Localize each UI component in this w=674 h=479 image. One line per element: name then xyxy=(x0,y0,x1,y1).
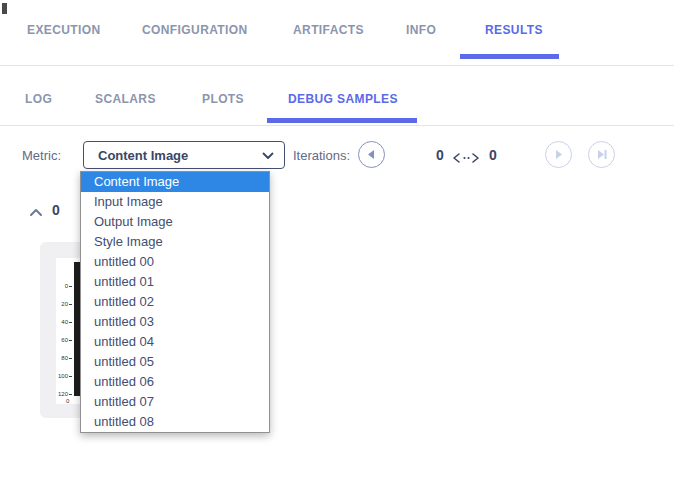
tab-results[interactable]: RESULTS xyxy=(485,23,543,37)
tab-info[interactable]: INFO xyxy=(406,23,436,37)
dropdown-option[interactable]: Input Image xyxy=(81,192,269,212)
tab-scalars[interactable]: SCALARS xyxy=(95,92,156,106)
chevron-up-icon xyxy=(29,208,43,217)
debug-samples-screen: EXECUTION CONFIGURATION ARTIFACTS INFO R… xyxy=(0,0,674,479)
dropdown-option[interactable]: untitled 04 xyxy=(81,332,269,352)
y-tick: 120 xyxy=(56,391,68,397)
dropdown-option[interactable]: untitled 01 xyxy=(81,272,269,292)
y-tick: 0 xyxy=(56,283,68,289)
y-tickmark xyxy=(69,286,72,287)
dropdown-option[interactable]: untitled 05 xyxy=(81,352,269,372)
x-tick: 0 xyxy=(66,398,69,404)
divider xyxy=(0,125,674,126)
y-tick: 20 xyxy=(56,301,68,307)
iteration-to-value: 0 xyxy=(489,147,497,163)
y-tickmark xyxy=(69,394,72,395)
iteration-range-arrow-icon xyxy=(452,150,480,168)
dropdown-option[interactable]: untitled 08 xyxy=(81,412,269,432)
metric-select[interactable]: Content Image xyxy=(83,141,285,169)
dropdown-option[interactable]: untitled 07 xyxy=(81,392,269,412)
dropdown-option[interactable]: untitled 06 xyxy=(81,372,269,392)
metric-label: Metric: xyxy=(22,148,61,163)
play-left-icon xyxy=(366,149,377,160)
y-tickmark xyxy=(69,340,72,341)
previous-iteration-button[interactable] xyxy=(358,141,385,168)
tab-log[interactable]: LOG xyxy=(25,92,52,106)
metric-select-value: Content Image xyxy=(98,148,188,163)
dropdown-option[interactable]: Style Image xyxy=(81,232,269,252)
skip-to-end-icon xyxy=(596,149,608,160)
y-tick: 100 xyxy=(56,373,68,379)
tab-debug-samples[interactable]: DEBUG SAMPLES xyxy=(288,92,398,106)
y-tick: 80 xyxy=(56,355,68,361)
iteration-group-label: 0 xyxy=(52,202,60,218)
play-right-icon xyxy=(553,149,564,160)
collapse-iteration-group-button[interactable] xyxy=(28,205,43,217)
y-tick: 40 xyxy=(56,319,68,325)
dropdown-option[interactable]: Output Image xyxy=(81,212,269,232)
tab-configuration[interactable]: CONFIGURATION xyxy=(142,23,248,37)
dropdown-option[interactable]: untitled 03 xyxy=(81,312,269,332)
dropdown-option[interactable]: untitled 00 xyxy=(81,252,269,272)
tab-artifacts[interactable]: ARTIFACTS xyxy=(293,23,364,37)
window-edge-artifact xyxy=(2,3,7,14)
last-iteration-button[interactable] xyxy=(588,141,615,168)
tab-plots[interactable]: PLOTS xyxy=(202,92,244,106)
dropdown-option[interactable]: Content Image xyxy=(81,172,269,192)
y-tickmark xyxy=(69,376,72,377)
active-subtab-underline xyxy=(267,118,417,123)
divider xyxy=(0,65,674,66)
iterations-label: Iterations: xyxy=(293,148,350,163)
chevron-down-icon xyxy=(262,146,274,164)
y-tickmark xyxy=(69,358,72,359)
metric-dropdown-list: Content Image Input Image Output Image S… xyxy=(80,171,270,433)
tab-execution[interactable]: EXECUTION xyxy=(27,23,101,37)
iteration-from-value: 0 xyxy=(436,147,444,163)
y-tickmark xyxy=(69,322,72,323)
dropdown-option[interactable]: untitled 02 xyxy=(81,292,269,312)
active-tab-underline xyxy=(460,54,559,59)
next-iteration-button[interactable] xyxy=(545,141,572,168)
y-tick: 60 xyxy=(56,337,68,343)
y-tickmark xyxy=(69,304,72,305)
